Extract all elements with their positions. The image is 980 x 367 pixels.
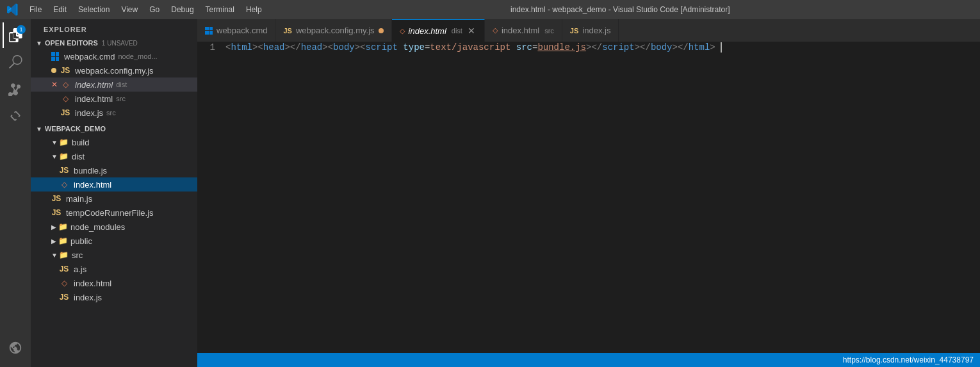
activity-extensions[interactable] — [3, 103, 28, 129]
activity-remote[interactable] — [3, 335, 28, 361]
tab-webpack-cmd-icon — [205, 27, 213, 35]
explorer-badge: 1 — [17, 25, 26, 34]
vscode-logo — [6, 3, 19, 16]
tab-webpack-config-label: webpack.config.my.js — [296, 26, 375, 35]
bundle-js-icon: JS — [59, 165, 69, 175]
file-index-html-dist[interactable]: ◇ index.html — [31, 177, 197, 192]
file-temp-code-runner[interactable]: JS tempCodeRunnerFile.js — [31, 206, 197, 220]
tabs-bar: webpack.cmd JS webpack.config.my.js ◇ in… — [197, 19, 980, 42]
sidebar: EXPLORER ▼ OPEN EDITORS 1 UNSAVED webpac… — [31, 19, 197, 367]
webpack-cmd-tab-icon — [51, 51, 61, 61]
editor-area: webpack.cmd JS webpack.config.my.js ◇ in… — [197, 19, 980, 367]
tab-dist-sublabel: dist — [452, 27, 462, 35]
tab-index-js-label: index.js — [582, 26, 610, 35]
node-modules-arrow: ▶ — [51, 224, 56, 231]
open-editors-label: OPEN EDITORS — [45, 39, 98, 47]
menu-debug[interactable]: Debug — [166, 4, 199, 15]
src-icon: 📁 — [59, 250, 69, 260]
tab-webpack-cmd[interactable]: webpack.cmd — [197, 19, 275, 42]
file-bundle-js[interactable]: JS bundle.js — [31, 163, 197, 177]
tab-index-js[interactable]: JS index.js — [562, 19, 619, 42]
activity-source-control[interactable] — [3, 76, 28, 102]
main-layout: 1 EXPLORER ▼ OPEN EDITORS 1 UNSAVED — [0, 19, 980, 367]
project-arrow: ▼ — [36, 126, 42, 133]
folder-public[interactable]: ▶ 📁 public — [31, 234, 197, 248]
status-bar-url: https://blog.csdn.net/weixin_44738797 — [843, 355, 974, 364]
menu-edit[interactable]: Edit — [48, 4, 72, 15]
status-bar: https://blog.csdn.net/weixin_44738797 — [197, 353, 980, 367]
open-editors-arrow: ▼ — [36, 40, 42, 47]
menu-file[interactable]: File — [24, 4, 47, 15]
tab-index-html-src-icon: ◇ — [493, 26, 498, 35]
a-js-icon: JS — [59, 264, 69, 274]
open-editor-index-html-dist[interactable]: ✕ ◇ index.html dist — [31, 77, 197, 92]
open-editors-section[interactable]: ▼ OPEN EDITORS 1 UNSAVED — [31, 37, 197, 49]
file-index-js-src[interactable]: JS index.js — [31, 290, 197, 304]
index-html-dist-icon: ◇ — [59, 179, 69, 190]
file-index-html-src[interactable]: ◇ index.html — [31, 276, 197, 290]
tab-webpack-config-icon: JS — [283, 27, 291, 35]
tab-index-html-dist[interactable]: ◇ index.html dist ✕ — [392, 19, 485, 42]
line-number-1: 1 — [197, 42, 223, 54]
src-arrow: ▼ — [51, 252, 58, 259]
tab-modified-dot — [379, 28, 384, 33]
open-editor-index-html-src[interactable]: ◇ index.html src — [31, 92, 197, 106]
title-bar: File Edit Selection View Go Debug Termin… — [0, 0, 980, 19]
menu-help[interactable]: Help — [241, 4, 267, 15]
public-arrow: ▶ — [51, 238, 56, 245]
line-content-1: <html><head></head><body><script type=te… — [223, 42, 980, 54]
tab-webpack-config[interactable]: JS webpack.config.my.js — [275, 19, 391, 42]
open-editors-badge: 1 UNSAVED — [102, 40, 138, 47]
menu-view[interactable]: View — [116, 4, 143, 15]
activity-search[interactable] — [3, 49, 28, 75]
project-section[interactable]: ▼ WEBPACK_DEMO — [31, 122, 197, 135]
tab-index-html-dist-icon: ◇ — [400, 27, 405, 35]
main-js-icon: JS — [51, 193, 61, 204]
close-icon[interactable]: ✕ — [51, 80, 58, 89]
menu-go[interactable]: Go — [144, 4, 165, 15]
sidebar-title: EXPLORER — [31, 19, 197, 37]
menu-terminal[interactable]: Terminal — [200, 4, 240, 15]
tab-webpack-cmd-label: webpack.cmd — [216, 26, 267, 35]
js-file-icon: JS — [60, 65, 70, 76]
file-a-js[interactable]: JS a.js — [31, 262, 197, 276]
public-icon: 📁 — [58, 236, 68, 246]
menu-selection[interactable]: Selection — [73, 4, 115, 15]
temp-js-icon: JS — [51, 208, 61, 218]
folder-dist[interactable]: ▼ 📁 dist — [31, 149, 197, 163]
folder-node-modules[interactable]: ▶ 📁 node_modules — [31, 220, 197, 234]
open-editor-webpack-config[interactable]: JS webpack.config.my.js — [31, 63, 197, 77]
project-label: WEBPACK_DEMO — [45, 125, 106, 133]
folder-icon: 📁 — [59, 137, 69, 147]
tab-index-html-src[interactable]: ◇ index.html src — [485, 19, 562, 42]
open-editor-webpack-cmd[interactable]: webpack.cmd node_mod... — [31, 49, 197, 63]
html-file-icon2: ◇ — [60, 94, 70, 104]
index-html-src-icon: ◇ — [59, 278, 69, 288]
modified-dot — [51, 68, 56, 73]
index-js-src-icon: JS — [59, 292, 69, 302]
tab-src-sublabel: src — [544, 27, 554, 35]
folder-build[interactable]: ▼ 📁 build — [31, 135, 197, 149]
menu-bar[interactable]: File Edit Selection View Go Debug Termin… — [24, 4, 267, 15]
editor-line-1: 1 <html><head></head><body><script type=… — [197, 42, 980, 54]
tab-close-button[interactable]: ✕ — [466, 24, 477, 37]
folder-arrow: ▼ — [51, 139, 58, 146]
html-file-icon: ◇ — [60, 79, 70, 90]
tab-index-html-dist-label: index.html — [409, 26, 446, 36]
window-title: index.html - webpack_demo - Visual Studi… — [267, 5, 974, 14]
file-main-js[interactable]: JS main.js — [31, 192, 197, 206]
node-modules-icon: 📁 — [58, 222, 68, 232]
folder-src[interactable]: ▼ 📁 src — [31, 248, 197, 262]
js-file-icon2: JS — [60, 108, 70, 118]
folder-dist-icon: 📁 — [59, 151, 69, 161]
activity-bar: 1 — [0, 19, 31, 367]
tab-index-js-icon: JS — [570, 27, 578, 35]
open-editor-index-js-src[interactable]: JS index.js src — [31, 106, 197, 120]
folder-dist-arrow: ▼ — [51, 153, 58, 160]
tab-index-html-src-label: index.html — [502, 26, 539, 35]
activity-explorer[interactable]: 1 — [3, 22, 28, 48]
editor-content[interactable]: 1 <html><head></head><body><script type=… — [197, 42, 980, 353]
file-tree: webpack.cmd node_mod... JS webpack.confi… — [31, 49, 197, 367]
